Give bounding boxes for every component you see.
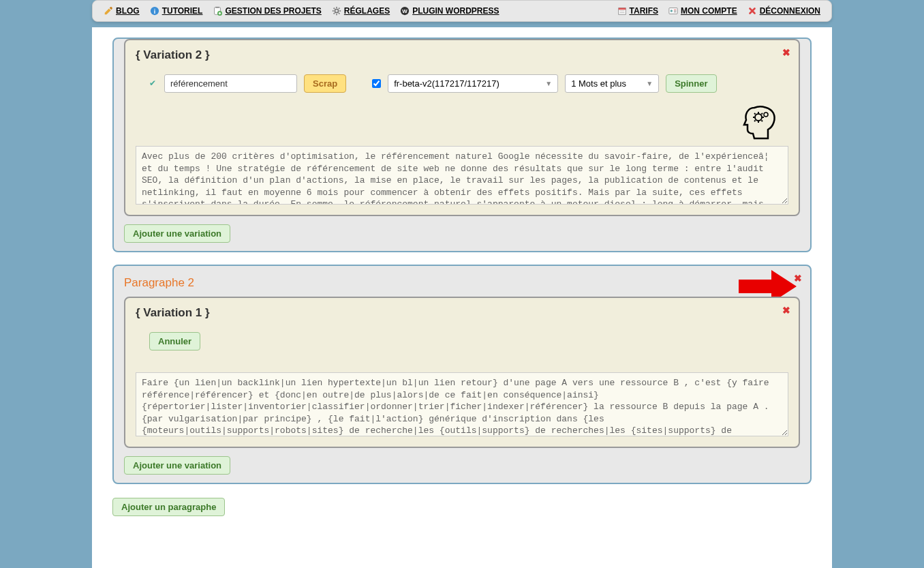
add-variation-button-1[interactable]: Ajouter une variation	[124, 224, 230, 243]
svg-line-12	[333, 13, 334, 14]
words-select-value: 1 Mots et plus	[571, 78, 626, 89]
svg-point-25	[755, 114, 762, 121]
id-card-icon	[668, 6, 678, 16]
svg-text:i: i	[153, 8, 155, 15]
check-ok-icon	[149, 80, 157, 88]
paragraph-2-title: Paragraphe 2	[124, 276, 800, 290]
svg-point-21	[671, 10, 673, 12]
paragraph-panel-2: ✖ Paragraphe 2 ✖ { Variation 1 } Annuler…	[112, 265, 812, 484]
spinner-button[interactable]: Spinner	[666, 74, 716, 93]
lang-select-value: fr-beta-v2(117217/117217)	[394, 78, 499, 89]
navbar-left: BLOG i TUTORIEL GESTION DES PROJETS RÉGL…	[104, 6, 499, 16]
svg-point-5	[335, 9, 338, 12]
chevron-down-icon: ▼	[545, 80, 552, 87]
gear-icon	[332, 6, 341, 16]
variation-panel-2: ✖ { Variation 2 } Scrap fr-beta-v2(11721…	[124, 39, 800, 216]
nav-tutoriel-label: TUTORIEL	[162, 6, 203, 16]
svg-rect-3	[216, 7, 219, 8]
navbar-right: TARIFS MON COMPTE DÉCONNEXION	[617, 6, 820, 16]
nav-deconnexion-label: DÉCONNEXION	[760, 6, 820, 16]
nav-blog[interactable]: BLOG	[104, 6, 140, 16]
nav-projets[interactable]: GESTION DES PROJETS	[213, 6, 321, 16]
annuler-button[interactable]: Annuler	[149, 332, 200, 350]
nav-reglages[interactable]: RÉGLAGES	[332, 6, 390, 16]
nav-tutoriel[interactable]: i TUTORIEL	[150, 6, 203, 16]
main-content: ✖ { Variation 2 } Scrap fr-beta-v2(11721…	[92, 27, 832, 568]
svg-line-32	[754, 121, 756, 122]
svg-rect-17	[618, 8, 626, 10]
add-paragraph-button[interactable]: Ajouter un paragraphe	[112, 498, 225, 516]
svg-line-10	[333, 8, 334, 9]
variation-panel-1-p2: ✖ { Variation 1 } Annuler	[124, 297, 800, 448]
nav-wordpress[interactable]: W PLUGIN WORDPRESS	[400, 6, 499, 16]
variation-1-p2-textarea[interactable]	[136, 372, 788, 436]
close-variation-2[interactable]: ✖	[782, 47, 790, 58]
svg-line-13	[339, 8, 339, 9]
info-icon: i	[150, 6, 159, 16]
svg-point-34	[764, 113, 768, 117]
brain-gear-icon	[741, 101, 782, 142]
lang-checkbox[interactable]	[372, 79, 381, 88]
svg-line-30	[754, 113, 756, 115]
pencil-icon	[104, 6, 113, 16]
nav-deconnexion[interactable]: DÉCONNEXION	[748, 6, 820, 16]
svg-text:W: W	[402, 8, 407, 14]
variation-2-title: { Variation 2 }	[136, 48, 788, 62]
nav-wordpress-label: PLUGIN WORDPRESS	[412, 6, 499, 16]
svg-line-33	[762, 113, 763, 115]
clipboard-plus-icon	[213, 6, 222, 16]
lang-select[interactable]: fr-beta-v2(117217/117217) ▼	[388, 74, 558, 93]
variation-2-controls: Scrap fr-beta-v2(117217/117217) ▼ 1 Mots…	[149, 74, 788, 93]
nav-blog-label: BLOG	[116, 6, 140, 16]
svg-line-31	[762, 121, 763, 122]
nav-reglages-label: RÉGLAGES	[344, 6, 390, 16]
wordpress-icon: W	[400, 6, 410, 16]
nav-tarifs-label: TARIFS	[630, 6, 658, 16]
paragraph-panel-1: ✖ { Variation 2 } Scrap fr-beta-v2(11721…	[112, 38, 812, 252]
svg-line-11	[339, 13, 339, 14]
calendar-icon	[617, 6, 627, 16]
words-select[interactable]: 1 Mots et plus ▼	[565, 74, 659, 93]
nav-compte[interactable]: MON COMPTE	[668, 6, 737, 16]
variation-2-textarea[interactable]	[136, 146, 788, 205]
nav-projets-label: GESTION DES PROJETS	[225, 6, 321, 16]
close-variation-1-p2[interactable]: ✖	[782, 305, 790, 316]
nav-tarifs[interactable]: TARIFS	[617, 6, 658, 16]
nav-compte-label: MON COMPTE	[681, 6, 737, 16]
cross-icon	[748, 6, 757, 16]
keyword-input[interactable]	[164, 74, 297, 93]
top-navbar: BLOG i TUTORIEL GESTION DES PROJETS RÉGL…	[92, 0, 832, 22]
chevron-down-icon: ▼	[646, 80, 653, 87]
scrap-button[interactable]: Scrap	[304, 74, 346, 93]
variation-1-p2-title: { Variation 1 }	[136, 306, 788, 320]
add-variation-button-2[interactable]: Ajouter une variation	[124, 456, 230, 475]
